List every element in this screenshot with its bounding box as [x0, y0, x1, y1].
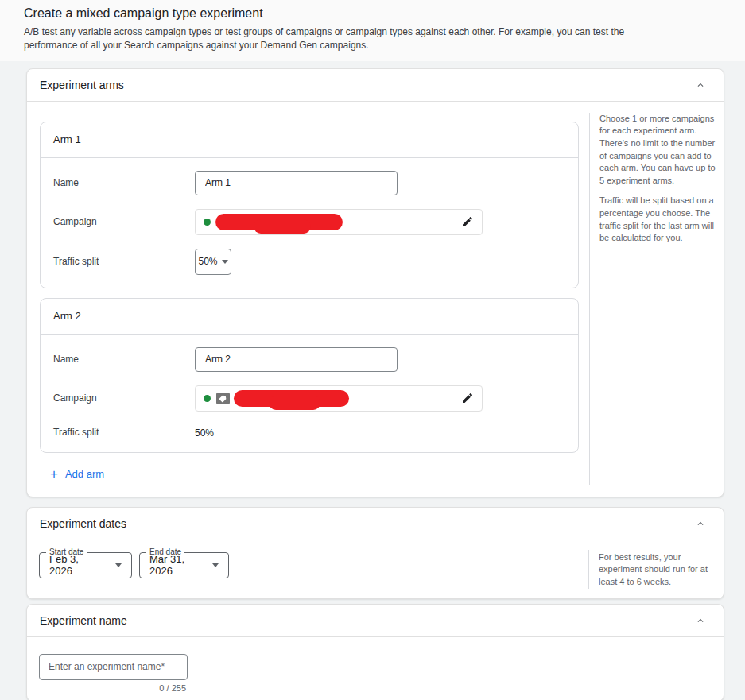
experiment-arms-section: Experiment arms Arm 1 Name [26, 68, 724, 497]
experiment-dates-header: Experiment dates [27, 508, 724, 540]
arms-form-area: Arm 1 Name Campaign [27, 102, 589, 497]
arm-1-name-input[interactable] [195, 171, 398, 195]
start-date-label: Start date [46, 547, 87, 556]
pencil-icon [461, 215, 474, 228]
arm-2-campaign-field[interactable] [195, 385, 483, 412]
arm-1-title: Arm 1 [53, 133, 81, 145]
collapse-name-button[interactable] [693, 613, 708, 628]
arm-1-header: Arm 1 [41, 122, 578, 158]
page-header: Create a mixed campaign type experiment … [0, 0, 745, 61]
dates-help-text: For best results, your experiment should… [599, 551, 716, 589]
end-date-value: Mar 31, 2026 [149, 553, 201, 577]
start-date-value: Feb 3, 2026 [49, 553, 104, 577]
arms-help-paragraph-1: Choose 1 or more campaigns for each expe… [599, 113, 716, 188]
arm-1-name-label: Name [53, 177, 195, 188]
collapse-arms-button[interactable] [693, 78, 708, 92]
arm-2-card: Arm 2 Name Campaign [40, 298, 579, 453]
chevron-up-icon [695, 615, 706, 626]
name-form-area: 0 / 255 [27, 637, 724, 700]
arm-1-traffic-label: Traffic split [53, 256, 195, 267]
redacted-campaign-name [234, 390, 349, 407]
arm-1-card: Arm 1 Name Campaign [40, 122, 579, 288]
character-counter: 0 / 255 [39, 683, 188, 693]
page-description: A/B test any variable across campaign ty… [24, 25, 656, 53]
add-arm-label: Add arm [65, 468, 104, 480]
dropdown-caret-icon [212, 563, 219, 567]
arm-1-traffic-split-dropdown[interactable]: 50% [195, 249, 231, 275]
arm-2-title: Arm 2 [53, 310, 81, 322]
plus-icon: + [50, 467, 58, 481]
campaign-status-dot [204, 219, 211, 226]
chevron-up-icon [695, 79, 706, 91]
end-date-label: End date [146, 547, 184, 556]
experiment-dates-section: Experiment dates Start date Feb 3, 2026 … [26, 507, 724, 599]
pencil-icon [461, 392, 474, 404]
section-title-arms: Experiment arms [40, 79, 124, 91]
experiment-name-section: Experiment name 0 / 255 [26, 604, 724, 700]
experiment-name-header: Experiment name [27, 605, 724, 637]
section-title-name: Experiment name [40, 614, 127, 627]
chevron-up-icon [695, 518, 706, 529]
arms-help-paragraph-2: Traffic will be split based on a percent… [599, 195, 716, 244]
page-title: Create a mixed campaign type experiment [24, 6, 721, 21]
campaign-type-label-icon [216, 393, 230, 404]
arm-2-campaign-label: Campaign [53, 393, 195, 404]
arm-2-traffic-label: Traffic split [53, 427, 195, 438]
dropdown-caret-icon [115, 563, 122, 567]
main-content: Experiment arms Arm 1 Name [0, 68, 745, 700]
add-arm-button[interactable]: + Add arm [50, 467, 104, 481]
arm-2-name-input[interactable] [195, 347, 398, 372]
experiment-name-input[interactable] [39, 654, 188, 680]
arm-2-traffic-split-value: 50% [195, 427, 214, 439]
arms-help-panel: Choose 1 or more campaigns for each expe… [589, 113, 724, 485]
section-title-dates: Experiment dates [40, 517, 126, 530]
dates-form-area: Start date Feb 3, 2026 End date Mar 31, … [27, 540, 588, 598]
redacted-campaign-name [215, 214, 343, 230]
end-date-select[interactable]: End date Mar 31, 2026 [139, 552, 229, 578]
experiment-arms-header: Experiment arms [27, 69, 724, 102]
dropdown-caret-icon [222, 260, 228, 264]
arm-2-name-label: Name [53, 354, 195, 365]
collapse-dates-button[interactable] [693, 516, 708, 531]
arm-2-header: Arm 2 [41, 299, 578, 335]
edit-campaign-button[interactable] [460, 390, 475, 406]
campaign-status-dot [204, 395, 211, 402]
dates-help-panel: For best results, your experiment should… [588, 550, 724, 589]
start-date-select[interactable]: Start date Feb 3, 2026 [39, 552, 132, 578]
traffic-split-value: 50% [198, 256, 217, 267]
arm-1-campaign-field[interactable] [195, 209, 483, 235]
edit-campaign-button[interactable] [460, 214, 475, 230]
arm-1-campaign-label: Campaign [53, 216, 195, 227]
